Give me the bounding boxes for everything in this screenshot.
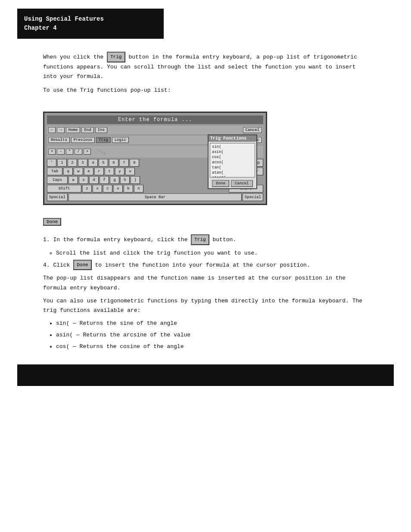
- circle-item-1: Scroll the list and click the trig funct…: [56, 249, 371, 258]
- kb-previous[interactable]: Previous: [71, 137, 95, 143]
- trig-item-tan[interactable]: tan(: [211, 165, 254, 170]
- kb-left-arrow[interactable]: ←: [48, 127, 56, 133]
- trig-popup: Trig Functions sin( asin( cos( acos( tan…: [208, 134, 257, 189]
- trig-item-cos[interactable]: cos(: [211, 155, 254, 160]
- key-g[interactable]: g: [110, 176, 119, 184]
- result-text: The pop-up list disappears and the funct…: [43, 274, 371, 292]
- kb-greater[interactable]: >: [84, 149, 91, 155]
- key-caps[interactable]: Caps: [47, 176, 68, 184]
- key-2[interactable]: 2: [68, 159, 77, 167]
- kb-logic[interactable]: Logic: [112, 137, 129, 143]
- header-line2: Chapter 4: [24, 24, 157, 33]
- bullet-item-3: cos( — Returns the cosine of the angle: [56, 342, 371, 352]
- key-tab[interactable]: Tab: [47, 168, 62, 175]
- key-v[interactable]: v: [113, 185, 123, 193]
- kb-cancel-top[interactable]: Cancel: [243, 127, 262, 133]
- bullet-item-1: sin( — Returns the sine of the angle: [56, 319, 371, 328]
- spacebar-row: Special Space Bar Special: [47, 193, 263, 201]
- kb-divide[interactable]: /: [75, 149, 82, 155]
- body-content: 1. In the formula entry keyboard, click …: [43, 234, 371, 352]
- trig-functions-list: sin( — Returns the sine of the angle asi…: [56, 319, 371, 352]
- key-a[interactable]: a: [68, 176, 78, 184]
- key-j[interactable]: j: [131, 176, 140, 184]
- key-h[interactable]: h: [120, 176, 130, 184]
- done-inline-button[interactable]: Done: [43, 218, 61, 226]
- key-s[interactable]: s: [79, 176, 88, 184]
- key-1[interactable]: 1: [57, 159, 67, 167]
- trig-item-acos[interactable]: acos(: [211, 160, 254, 165]
- chapter-header: Using Special Features Chapter 4: [17, 9, 164, 39]
- key-8[interactable]: 8: [130, 159, 139, 167]
- key-z[interactable]: z: [82, 185, 92, 193]
- key-c[interactable]: c: [103, 185, 112, 193]
- key-3[interactable]: 3: [78, 159, 87, 167]
- trig-done-button[interactable]: Done: [212, 180, 229, 187]
- key-n[interactable]: n: [134, 185, 143, 193]
- trig-item-asin[interactable]: asin(: [211, 149, 254, 155]
- key-space[interactable]: Space Bar: [68, 193, 242, 201]
- keyboard-dialog: Enter the formula ... ← → Home End Ins C…: [43, 112, 267, 205]
- key-special-left[interactable]: Special: [47, 193, 68, 201]
- key-f[interactable]: f: [100, 176, 109, 184]
- trig-popup-buttons: Done Cancel: [209, 179, 256, 188]
- key-r[interactable]: r: [94, 168, 104, 175]
- trig-item-atan[interactable]: atan(: [211, 170, 254, 175]
- key-4[interactable]: 4: [88, 159, 98, 167]
- trig-popup-list[interactable]: sin( asin( cos( acos( tan( atan( atan2( …: [210, 143, 255, 177]
- done-ref-step4[interactable]: Done: [73, 260, 91, 271]
- trig-item-atan2[interactable]: atan2(: [211, 175, 254, 177]
- trig-ref-step1[interactable]: Trig: [191, 234, 209, 245]
- step-4-text: 4. Click Done to insert the function int…: [43, 260, 371, 271]
- keyboard-screenshot-container: Enter the formula ... ← → Home End Ins C…: [43, 112, 267, 205]
- kb-multiply[interactable]: *: [66, 149, 73, 155]
- key-shift-left[interactable]: Shift: [47, 185, 81, 193]
- key-w[interactable]: w: [74, 168, 83, 175]
- key-e[interactable]: e: [84, 168, 93, 175]
- kb-minus[interactable]: -: [57, 149, 64, 155]
- trig-popup-title: Trig Functions: [209, 135, 256, 142]
- key-quote[interactable]: ': [47, 159, 56, 167]
- keyboard-toolbar-row1: ← → Home End Ins Cancel: [47, 126, 263, 134]
- trig-inline-ref: Trig: [107, 52, 125, 62]
- kb-trig[interactable]: Trig: [96, 137, 111, 143]
- done-button-container: Done: [43, 218, 394, 226]
- key-u[interactable]: u: [125, 168, 135, 175]
- trig-cancel-button[interactable]: Cancel: [231, 180, 252, 187]
- kb-ins[interactable]: Ins: [95, 127, 107, 133]
- keyboard-title: Enter the formula ...: [47, 115, 263, 124]
- header-line1: Using Special Features: [24, 15, 157, 24]
- intro-para-2: To use the Trig functions pop-up list:: [43, 86, 371, 95]
- bullet-item-2: asin( — Returns the arcsine of the value: [56, 330, 371, 340]
- kb-home[interactable]: Home: [66, 127, 81, 133]
- key-d[interactable]: d: [89, 176, 99, 184]
- kb-end[interactable]: End: [81, 127, 93, 133]
- key-q[interactable]: q: [63, 168, 73, 175]
- key-7[interactable]: 7: [119, 159, 129, 167]
- kb-right-arrow[interactable]: →: [57, 127, 64, 133]
- key-t[interactable]: t: [105, 168, 114, 175]
- key-special-right[interactable]: Special: [243, 193, 263, 201]
- circle-list: Scroll the list and click the trig funct…: [56, 249, 371, 258]
- step-1-text: 1. In the formula entry keyboard, click …: [43, 234, 371, 245]
- footer-bar: [17, 364, 394, 386]
- key-6[interactable]: 6: [109, 159, 118, 167]
- key-b[interactable]: b: [124, 185, 133, 193]
- intro-text: When you click the Trig button in the fo…: [43, 52, 371, 95]
- arrow-annotation: ⟹: [94, 145, 109, 159]
- kb-plus[interactable]: +: [48, 149, 56, 155]
- key-x[interactable]: x: [93, 185, 102, 193]
- kb-results[interactable]: Results: [48, 137, 70, 143]
- key-5[interactable]: 5: [99, 159, 108, 167]
- direct-type-text: You can also use trigonometric functions…: [43, 296, 371, 315]
- key-y[interactable]: y: [115, 168, 125, 175]
- trig-item-sin[interactable]: sin(: [211, 144, 254, 149]
- intro-para-1: When you click the Trig button in the fo…: [43, 52, 371, 81]
